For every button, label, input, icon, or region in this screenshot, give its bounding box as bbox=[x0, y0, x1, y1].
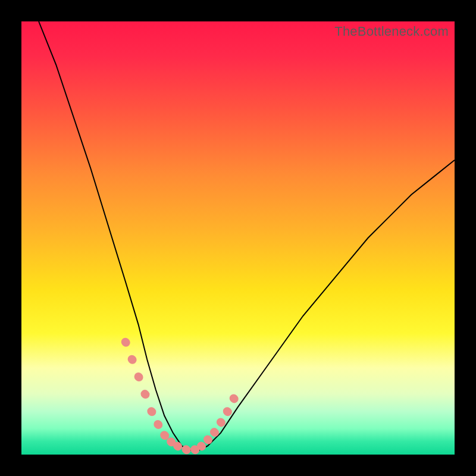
chart-frame: TheBottleneck.com bbox=[0, 0, 476, 476]
highlight-dot bbox=[145, 394, 146, 394]
near-optimal-dots bbox=[126, 342, 234, 450]
highlight-dot bbox=[139, 377, 139, 377]
highlight-dot bbox=[227, 411, 228, 412]
highlight-dot bbox=[158, 424, 158, 425]
bottleneck-curve bbox=[39, 21, 455, 450]
chart-svg bbox=[21, 21, 455, 455]
highlight-dot bbox=[171, 441, 171, 442]
highlight-dot bbox=[208, 440, 208, 440]
highlight-dot bbox=[164, 435, 165, 436]
highlight-dot bbox=[214, 432, 215, 433]
highlight-dot bbox=[221, 422, 221, 422]
highlight-dot bbox=[132, 359, 133, 360]
highlight-dot bbox=[177, 446, 178, 446]
highlight-dot bbox=[151, 411, 152, 412]
highlight-dot bbox=[201, 446, 202, 446]
chart-plot-area: TheBottleneck.com bbox=[21, 21, 455, 455]
highlight-dot bbox=[195, 449, 195, 450]
highlight-dot bbox=[126, 342, 126, 343]
highlight-dot bbox=[186, 449, 187, 450]
highlight-dot bbox=[234, 398, 234, 399]
